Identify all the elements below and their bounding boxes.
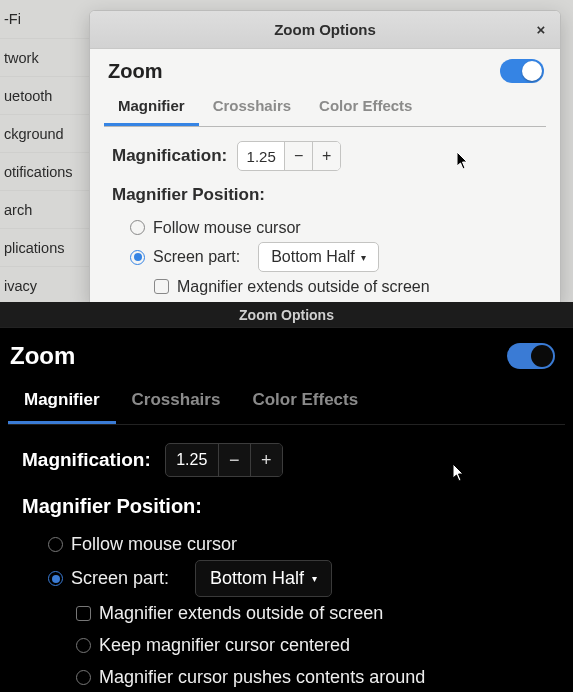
tab-magnifier[interactable]: Magnifier: [104, 89, 199, 126]
screen-part-dropdown[interactable]: Bottom Half ▾: [258, 242, 379, 272]
screen-part-suboptions: Magnifier extends outside of screen Keep…: [48, 597, 573, 692]
sidebar-item-label: plications: [4, 240, 64, 256]
sidebar-item-label: ckground: [4, 126, 64, 142]
sidebar-item-notifications[interactable]: otifications: [0, 152, 89, 190]
sidebar-item-applications[interactable]: plications: [0, 228, 89, 266]
option-extends-outside[interactable]: Magnifier extends outside of screen: [76, 597, 573, 629]
sidebar-item-privacy[interactable]: ivacy: [0, 266, 89, 304]
sidebar-item-bluetooth[interactable]: uetooth: [0, 76, 89, 114]
sidebar-item-label: uetooth: [4, 88, 52, 104]
option-follow-mouse[interactable]: Follow mouse cursor: [130, 213, 540, 242]
radio-icon[interactable]: [130, 250, 145, 265]
tab-color-effects[interactable]: Color Effects: [305, 89, 426, 126]
radio-icon[interactable]: [48, 571, 63, 586]
tab-magnifier[interactable]: Magnifier: [8, 380, 116, 424]
option-screen-part[interactable]: Screen part: Bottom Half ▾: [130, 242, 540, 272]
option-pushes-contents[interactable]: Magnifier cursor pushes contents around: [76, 661, 573, 692]
sidebar-item-wifi[interactable]: -Fi: [0, 0, 89, 38]
magnification-plus-button[interactable]: +: [250, 444, 282, 476]
magnification-minus-button[interactable]: −: [218, 444, 250, 476]
chevron-down-icon: ▾: [361, 252, 366, 263]
zoom-header: Zoom: [90, 49, 560, 89]
chevron-down-icon: ▾: [312, 573, 317, 584]
option-label: Magnifier extends outside of screen: [99, 603, 383, 624]
sidebar-item-label: ivacy: [4, 278, 37, 294]
screen-part-dropdown[interactable]: Bottom Half ▾: [195, 560, 332, 597]
magnification-value[interactable]: 1.25: [238, 148, 284, 165]
magnifier-panel: Magnification: 1.25 − + Magnifier Positi…: [90, 127, 560, 303]
radio-icon[interactable]: [76, 638, 91, 653]
magnification-row: Magnification: 1.25 − +: [112, 141, 540, 171]
dialog-titlebar[interactable]: Zoom Options ×: [90, 11, 560, 49]
checkbox-icon[interactable]: [154, 279, 169, 294]
option-keep-centered[interactable]: Keep magnifier cursor centered: [76, 629, 573, 661]
dropdown-value: Bottom Half: [210, 568, 304, 589]
option-label: Screen part:: [71, 568, 169, 589]
magnifier-position-label: Magnifier Position:: [22, 495, 573, 518]
magnifier-position-options: Follow mouse cursor Screen part: Bottom …: [22, 528, 573, 692]
magnification-minus-button[interactable]: −: [284, 142, 312, 170]
option-label: Magnifier cursor pushes contents around: [99, 667, 425, 688]
option-label: Magnifier extends outside of screen: [177, 278, 430, 296]
checkbox-icon[interactable]: [76, 606, 91, 621]
zoom-toggle[interactable]: [507, 343, 555, 369]
magnifier-position-options: Follow mouse cursor Screen part: Bottom …: [112, 213, 540, 303]
zoom-header: Zoom: [0, 328, 573, 380]
toggle-knob: [522, 61, 542, 81]
settings-sidebar: -Fi twork uetooth ckground otifications …: [0, 0, 89, 302]
sidebar-item-label: otifications: [4, 164, 73, 180]
screen-part-suboptions: Magnifier extends outside of screen Keep…: [130, 272, 540, 303]
zoom-options-dialog-dark: Zoom Options Zoom Magnifier Crosshairs C…: [0, 302, 573, 692]
magnification-value[interactable]: 1.25: [166, 451, 218, 469]
dialog-titlebar[interactable]: Zoom Options: [0, 302, 573, 328]
zoom-heading: Zoom: [10, 342, 75, 370]
sidebar-item-network[interactable]: twork: [0, 38, 89, 76]
dropdown-value: Bottom Half: [271, 248, 355, 266]
zoom-heading: Zoom: [108, 60, 162, 83]
option-label: Screen part:: [153, 248, 240, 266]
close-icon[interactable]: ×: [532, 21, 550, 39]
dialog-title: Zoom Options: [274, 21, 376, 38]
magnifier-position-label: Magnifier Position:: [112, 185, 540, 205]
sidebar-item-label: -Fi: [4, 11, 21, 27]
zoom-toggle[interactable]: [500, 59, 544, 83]
magnifier-panel: Magnification: 1.25 − + Magnifier Positi…: [0, 425, 573, 692]
magnification-row: Magnification: 1.25 − +: [22, 443, 573, 477]
sidebar-item-label: twork: [4, 50, 39, 66]
tabbar: Magnifier Crosshairs Color Effects: [104, 89, 546, 127]
zoom-options-dialog: Zoom Options × Zoom Magnifier Crosshairs…: [89, 10, 561, 303]
tab-crosshairs[interactable]: Crosshairs: [199, 89, 305, 126]
sidebar-item-label: arch: [4, 202, 32, 218]
radio-icon[interactable]: [130, 220, 145, 235]
magnification-label: Magnification:: [22, 449, 151, 471]
radio-icon[interactable]: [48, 537, 63, 552]
magnification-label: Magnification:: [112, 146, 227, 166]
option-label: Follow mouse cursor: [71, 534, 237, 555]
tab-color-effects[interactable]: Color Effects: [236, 380, 374, 424]
sidebar-item-search[interactable]: arch: [0, 190, 89, 228]
option-extends-outside[interactable]: Magnifier extends outside of screen: [154, 272, 540, 301]
option-label: Follow mouse cursor: [153, 219, 301, 237]
dialog-title: Zoom Options: [239, 307, 334, 323]
radio-icon[interactable]: [76, 670, 91, 685]
tabbar: Magnifier Crosshairs Color Effects: [8, 380, 565, 425]
option-label: Keep magnifier cursor centered: [99, 635, 350, 656]
option-screen-part[interactable]: Screen part: Bottom Half ▾: [48, 560, 573, 597]
magnification-spinbutton[interactable]: 1.25 − +: [165, 443, 283, 477]
magnification-plus-button[interactable]: +: [312, 142, 340, 170]
option-follow-mouse[interactable]: Follow mouse cursor: [48, 528, 573, 560]
toggle-knob: [531, 345, 553, 367]
sidebar-item-background[interactable]: ckground: [0, 114, 89, 152]
tab-crosshairs[interactable]: Crosshairs: [116, 380, 237, 424]
magnification-spinbutton[interactable]: 1.25 − +: [237, 141, 341, 171]
